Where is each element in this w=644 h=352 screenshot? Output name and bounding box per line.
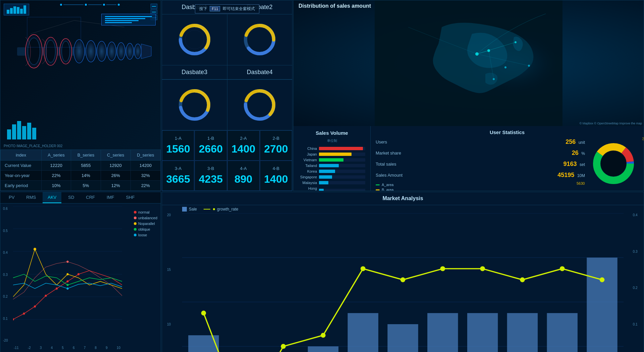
svg-point-87 bbox=[361, 266, 366, 271]
hud-line-2 bbox=[105, 18, 145, 19]
x-6: 6 bbox=[73, 346, 75, 350]
tab-shf[interactable]: SHF bbox=[121, 192, 140, 203]
legend-sale: Sale bbox=[182, 207, 197, 212]
y-neg20: -20 bbox=[3, 339, 8, 342]
country-row-china: China bbox=[299, 146, 365, 151]
svg-point-11 bbox=[117, 43, 125, 60]
country-malaysia: Malaysia bbox=[299, 181, 317, 185]
tab-sd[interactable]: SD bbox=[63, 192, 79, 203]
country-row-vietnam: Vietnam bbox=[299, 158, 365, 162]
user-stats-panel: User Statistics Users 256 unit bbox=[371, 126, 644, 191]
mini-bar-3 bbox=[17, 121, 21, 139]
svg-point-7 bbox=[74, 40, 85, 63]
stat-value-users: 256 bbox=[566, 138, 576, 145]
num-label-6: 4-A bbox=[240, 166, 247, 171]
gauge-2 bbox=[241, 21, 278, 58]
stat-unit-sales: set bbox=[580, 162, 585, 167]
bar-fill-korea bbox=[319, 170, 335, 173]
svg-point-10 bbox=[107, 42, 116, 61]
bar-track-hk bbox=[319, 189, 365, 191]
tab-imf[interactable]: IMF bbox=[102, 192, 119, 203]
mini-bar-4 bbox=[22, 126, 26, 139]
legend-label-oblique: oblique bbox=[138, 227, 150, 231]
gauge-1 bbox=[176, 21, 213, 58]
donut-label-5630: 5630 bbox=[577, 181, 585, 185]
map-svg bbox=[293, 0, 644, 126]
legend-normal: normal bbox=[134, 210, 157, 214]
svg-rect-78 bbox=[427, 313, 458, 352]
y-left-10: 10 bbox=[167, 322, 171, 326]
svg-point-56 bbox=[34, 305, 36, 307]
svg-point-62 bbox=[66, 260, 68, 262]
dot-3 bbox=[103, 4, 105, 6]
country-singapore: Singapore bbox=[299, 175, 317, 179]
svg-rect-77 bbox=[387, 324, 418, 352]
hud-line-4 bbox=[105, 22, 132, 23]
legend-label-b: B_area bbox=[382, 188, 393, 191]
svg-point-6 bbox=[62, 41, 70, 61]
stat-unit-users: unit bbox=[579, 140, 585, 145]
svg-point-65 bbox=[66, 288, 68, 290]
x-5: 5 bbox=[62, 346, 64, 350]
legend-line-growth bbox=[204, 209, 210, 210]
line-1 bbox=[63, 4, 84, 5]
country-china: China bbox=[299, 146, 317, 151]
wave-chart-panel: PV RMS AKV SD CRF IMF SHF 0.6 0.5 0.4 0.… bbox=[0, 192, 161, 352]
tab-crf[interactable]: CRF bbox=[81, 192, 100, 203]
num-label-5: 3-B bbox=[207, 166, 214, 171]
num-cell-0: 1-A 1560 bbox=[162, 130, 194, 161]
legend-item-a: A_area bbox=[376, 183, 585, 187]
col-header-b: B_series bbox=[71, 150, 101, 161]
num-cell-4: 3-A 3665 bbox=[162, 161, 194, 191]
machine-view: PHOTO IMAGE_PLACE_HOLDER 002 bbox=[0, 0, 161, 150]
num-label-4: 3-A bbox=[175, 166, 181, 171]
num-value-7: 1400 bbox=[264, 173, 288, 185]
dash34-titles: Dasbate3 Dasbate4 bbox=[162, 65, 292, 80]
legend-dot-normal bbox=[134, 211, 137, 214]
svg-point-60 bbox=[77, 273, 79, 275]
gauge-cell-2 bbox=[227, 14, 292, 65]
svg-point-92 bbox=[560, 266, 565, 271]
tab-pv[interactable]: PV bbox=[4, 192, 19, 203]
left-panel: PHOTO IMAGE_PLACE_HOLDER 002 index A_ser… bbox=[0, 0, 161, 191]
bar-fill-hk bbox=[319, 189, 324, 191]
y-0.6: 0.6 bbox=[3, 207, 8, 211]
svg-rect-76 bbox=[348, 313, 378, 352]
tip-suffix: 即可结束全窗模式 bbox=[223, 6, 255, 11]
right-panel: Distribution of sales amount bbox=[293, 0, 644, 191]
data-table: index A_series B_series C_series D_serie… bbox=[0, 150, 161, 191]
num-value-4: 3665 bbox=[166, 173, 190, 185]
svg-point-4 bbox=[46, 40, 55, 62]
wave-chart-area: 0.6 0.5 0.4 0.3 0.2 0.1 -20 bbox=[0, 203, 161, 352]
user-stats-title: User Statistics bbox=[376, 129, 639, 135]
hud-dots bbox=[60, 4, 120, 6]
country-bar-chart: China Japan Vietnam bbox=[299, 146, 365, 191]
y-left-15: 15 bbox=[167, 268, 171, 272]
donut-chart-container: 3725 5630 8865 bbox=[588, 138, 639, 189]
f11-key: F11 bbox=[210, 6, 220, 11]
legend-label-a: A_area bbox=[382, 183, 393, 187]
svg-point-38 bbox=[504, 66, 506, 68]
row2-label: Year-on-year bbox=[1, 171, 42, 181]
tab-akv[interactable]: AKV bbox=[43, 192, 61, 203]
svg-point-21 bbox=[185, 30, 204, 49]
country-hk: Hong Kong bbox=[299, 186, 317, 191]
mini-bar-2 bbox=[12, 124, 16, 139]
bar-track-tailand bbox=[319, 164, 365, 167]
legend-dot-oblique bbox=[134, 228, 137, 231]
tab-rms[interactable]: RMS bbox=[21, 192, 41, 203]
donut-svg bbox=[588, 138, 639, 189]
user-stats-content: Users 256 unit Market share 26 % bbox=[376, 138, 639, 191]
num-value-3: 2700 bbox=[264, 143, 288, 155]
x-axis: -11 -2 3 4 5 6 7 8 9 10 bbox=[14, 346, 120, 350]
svg-rect-75 bbox=[308, 346, 338, 352]
y-right-0.3: 0.3 bbox=[633, 250, 639, 253]
legend-label-loose: loose bbox=[138, 233, 147, 237]
legend-dot-unbalanced bbox=[134, 217, 137, 219]
svg-point-93 bbox=[600, 277, 605, 282]
stat-label-users: Users bbox=[376, 139, 387, 144]
x-11: -11 bbox=[14, 346, 18, 350]
x-4: 4 bbox=[51, 346, 53, 350]
row1-c: 12920 bbox=[101, 161, 130, 171]
x-8: 8 bbox=[95, 346, 97, 350]
